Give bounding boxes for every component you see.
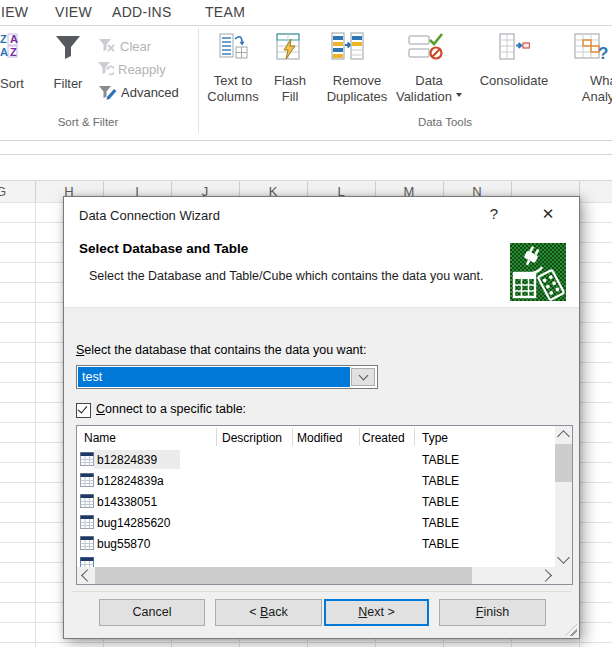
column-header-g: G	[0, 184, 11, 199]
column-separator[interactable]	[216, 428, 217, 446]
sort-button[interactable]: Sort	[0, 76, 28, 92]
close-button[interactable]: ✕	[536, 205, 560, 223]
data-connection-wizard-icon	[510, 243, 566, 305]
help-button[interactable]: ?	[484, 205, 504, 222]
data-validation-icon	[408, 33, 444, 65]
footer-divider	[72, 591, 571, 592]
reapply-icon	[97, 61, 114, 80]
database-combobox[interactable]: test	[76, 365, 378, 389]
filter-button[interactable]: Filter	[45, 76, 91, 92]
table-row[interactable]: b12824839a TABLE	[77, 470, 555, 491]
scrollbar-corner	[555, 567, 572, 584]
table-name: bug14285620	[97, 516, 170, 530]
svg-text:Z: Z	[0, 33, 7, 45]
chevron-down-icon	[557, 551, 570, 564]
consolidate-button[interactable]: Consolidate	[470, 73, 558, 89]
what-if-analysis-button[interactable]: What-If Analysis	[556, 73, 612, 105]
dialog-heading: Select Database and Table	[79, 241, 248, 256]
combobox-selection: test	[78, 367, 350, 387]
chevron-right-icon	[539, 569, 552, 582]
resize-grip[interactable]	[565, 624, 577, 636]
table-row[interactable]: b12824839 TABLE	[77, 449, 555, 470]
dropdown-caret	[456, 93, 462, 100]
back-button[interactable]: < Back	[215, 599, 322, 626]
clear-icon	[98, 38, 115, 57]
dialog-subheading: Select the Database and Table/Cube which…	[89, 269, 483, 283]
consolidate-icon	[499, 32, 530, 65]
table-name: bug55870	[97, 537, 150, 551]
column-header-type[interactable]: Type	[422, 431, 448, 445]
clear-button[interactable]: Clear	[120, 39, 151, 54]
group-label-data-tools: Data Tools	[385, 116, 505, 128]
advanced-button[interactable]: Advanced	[121, 85, 179, 100]
scroll-left-button[interactable]	[77, 567, 94, 584]
combobox-dropdown-button[interactable]	[351, 368, 375, 386]
svg-text:A: A	[10, 33, 18, 45]
excel-window: IEW VIEW ADD-INS TEAM Z A A Z Sort Filte…	[0, 0, 612, 647]
table-row[interactable]: bug55870 TABLE	[77, 533, 555, 554]
horizontal-scrollbar-thumb[interactable]	[95, 567, 472, 584]
table-type: TABLE	[422, 474, 459, 488]
table-name: b12824839	[97, 453, 157, 467]
table-icon	[80, 515, 94, 529]
ribbon-tab-review-partial[interactable]: IEW	[1, 4, 28, 20]
dialog-title: Data Connection Wizard	[79, 208, 220, 223]
svg-text:Z: Z	[10, 46, 17, 58]
table-type: TABLE	[422, 537, 459, 551]
vertical-scrollbar-thumb[interactable]	[555, 444, 572, 482]
column-header-name[interactable]: Name	[84, 431, 116, 445]
scroll-down-button[interactable]	[555, 550, 572, 567]
table-type: TABLE	[422, 495, 459, 509]
remove-duplicates-icon	[331, 32, 364, 65]
reapply-button[interactable]: Reapply	[118, 62, 166, 77]
svg-text:A: A	[0, 46, 8, 58]
table-icon	[80, 494, 94, 508]
next-button[interactable]: Next >	[324, 599, 429, 626]
table-name: b12824839a	[97, 474, 164, 488]
flash-fill-icon	[275, 32, 302, 65]
column-header-description[interactable]: Description	[222, 431, 282, 445]
checkmark-icon	[78, 403, 88, 413]
table-type: TABLE	[422, 453, 459, 467]
text-to-columns-icon	[219, 32, 248, 65]
text-to-columns-button[interactable]: Text to Columns	[204, 73, 262, 105]
connect-table-checkbox[interactable]	[76, 403, 91, 418]
sort-icon: Z A A Z	[0, 33, 18, 63]
table-row[interactable]: b14338051 TABLE	[77, 491, 555, 512]
advanced-icon	[98, 85, 117, 104]
vertical-scrollbar[interactable]	[555, 426, 572, 567]
group-label-sort-filter: Sort & Filter	[28, 116, 148, 128]
remove-duplicates-button[interactable]: Remove Duplicates	[315, 73, 399, 105]
combobox-value: test	[82, 370, 102, 384]
ribbon-tab-view[interactable]: VIEW	[55, 4, 92, 20]
table-row-partial[interactable]	[77, 554, 555, 567]
column-header-created[interactable]: Created	[362, 431, 405, 445]
filter-icon	[54, 33, 82, 65]
table-icon	[80, 557, 94, 567]
data-validation-button[interactable]: Data Validation	[388, 73, 470, 105]
finish-button[interactable]: Finish	[439, 599, 546, 626]
data-connection-wizard-dialog: Data Connection Wizard ? ✕ Select Databa…	[63, 196, 580, 639]
ribbon-tab-team[interactable]: TEAM	[205, 4, 245, 20]
chevron-down-icon	[358, 371, 368, 381]
database-label: Select the database that contains the da…	[76, 343, 367, 357]
column-separator[interactable]	[292, 428, 293, 446]
column-separator[interactable]	[414, 428, 415, 446]
table-row[interactable]: bug14285620 TABLE	[77, 512, 555, 533]
scroll-up-button[interactable]	[555, 426, 572, 443]
table-listbox: Name Description Modified Created Type b…	[76, 425, 573, 585]
table-name: b14338051	[97, 495, 157, 509]
column-separator[interactable]	[359, 428, 360, 446]
flash-fill-button[interactable]: Flash Fill	[266, 73, 314, 105]
cancel-button[interactable]: Cancel	[99, 599, 205, 626]
table-icon	[80, 536, 94, 550]
ribbon-group-separator	[198, 28, 199, 133]
ribbon-tab-add-ins[interactable]: ADD-INS	[112, 4, 172, 20]
chevron-up-icon	[557, 430, 570, 443]
scroll-right-button[interactable]	[538, 567, 555, 584]
horizontal-scrollbar[interactable]	[77, 567, 555, 584]
what-if-analysis-icon: ?	[574, 32, 612, 65]
chevron-left-icon	[81, 569, 94, 582]
formula-bar[interactable]	[0, 141, 612, 155]
column-header-modified[interactable]: Modified	[297, 431, 342, 445]
